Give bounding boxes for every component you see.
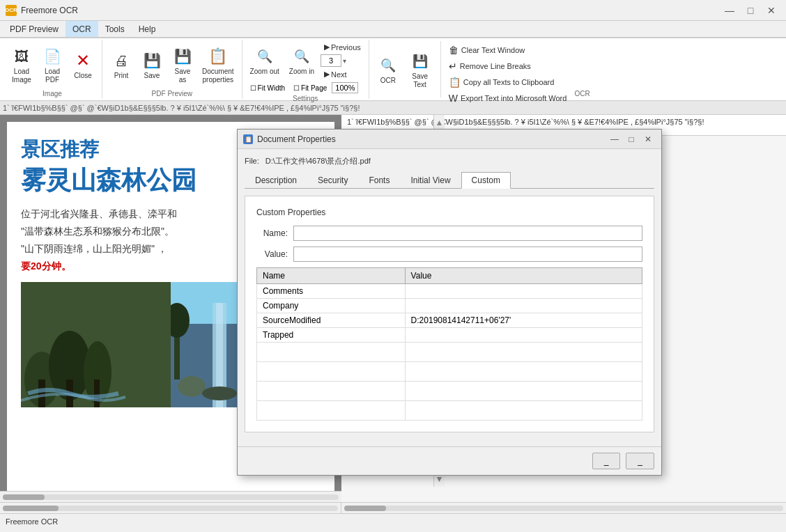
table-row[interactable]: Company xyxy=(257,299,642,313)
name-input[interactable] xyxy=(293,226,642,241)
save-icon: 💾 xyxy=(141,49,163,72)
print-button[interactable]: 🖨 Print xyxy=(107,47,136,82)
table-row-empty xyxy=(257,401,642,421)
value-label: Value: xyxy=(256,249,288,259)
ribbon-group-ocr: 🔍 OCR 💾 SaveText 🗑 Clear Text Window ↵ R… xyxy=(369,40,594,99)
close-button-ribbon[interactable]: ✕ Close xyxy=(68,47,98,82)
value-input[interactable] xyxy=(293,247,642,262)
close-button[interactable]: ✕ xyxy=(762,3,780,17)
file-label: File: xyxy=(245,157,259,165)
pdf-scrollbar-bottom xyxy=(0,503,341,513)
page-input[interactable] xyxy=(321,54,341,67)
tab-initial-view[interactable]: Initial View xyxy=(400,172,461,189)
menu-help[interactable]: Help xyxy=(132,21,163,37)
tab-security[interactable]: Security xyxy=(307,172,358,189)
maximize-button[interactable]: □ xyxy=(741,3,760,17)
modal-tabs: Description Security Fonts Initial View … xyxy=(245,172,654,189)
modal-close-button[interactable]: ✕ xyxy=(640,133,656,146)
table-row-empty xyxy=(257,382,642,401)
remove-breaks-icon: ↵ xyxy=(449,61,457,72)
minimize-button[interactable]: — xyxy=(720,3,739,17)
name-label: Name: xyxy=(256,228,288,238)
copy-texts-button[interactable]: 📋 Copy all Texts to Clipboard xyxy=(444,75,572,90)
fit-page-button[interactable]: ☐ Fit Page xyxy=(290,83,330,93)
zoom-in-button[interactable]: 🔍 Zoom in xyxy=(286,43,318,78)
custom-props-panel: Custom Properties Name: Value: Name xyxy=(245,196,654,432)
save-button[interactable]: 💾 Save xyxy=(137,47,167,82)
fit-width-button[interactable]: ☐ Fit Width xyxy=(247,83,288,93)
ocr-label: OCR xyxy=(380,77,396,85)
save-as-button[interactable]: 💾 Saveas xyxy=(168,43,197,86)
row-name: SourceModified xyxy=(257,313,406,328)
footer-ok-button[interactable]: _ xyxy=(592,453,621,469)
row-value xyxy=(405,299,642,313)
modal-minimize-button[interactable]: — xyxy=(607,133,622,146)
ocr-icon: 🔍 xyxy=(377,54,399,77)
modal-body: File: D:\工作文件\4678\景点介绍.pdf Description … xyxy=(238,149,661,439)
export-icon: W xyxy=(449,93,458,104)
tab-custom[interactable]: Custom xyxy=(461,172,511,189)
file-path: File: D:\工作文件\4678\景点介绍.pdf xyxy=(245,156,654,166)
h-scroll-thumb-pdf[interactable] xyxy=(3,506,59,511)
footer-cancel-button[interactable]: _ xyxy=(626,453,654,469)
modal-maximize-button[interactable]: □ xyxy=(624,133,639,146)
tab-description[interactable]: Description xyxy=(245,172,307,189)
ribbon-group-image: 🖼 LoadImage 📄 LoadPDF ✕ Close Image xyxy=(3,40,102,99)
menu-ocr[interactable]: OCR xyxy=(66,21,98,37)
row-value xyxy=(405,284,642,299)
file-path-value: D:\工作文件\4678\景点介绍.pdf xyxy=(265,157,371,165)
table-row[interactable]: SourceModified D:20190814142711+06'27' xyxy=(257,313,642,328)
save-text-icon: 💾 xyxy=(409,50,431,72)
main-area: 景区推荐 雾灵山森林公园 位于河北省兴隆县、承德县、滦平和 "温带森林生态系和猕… xyxy=(0,115,786,502)
export-word-button[interactable]: W Export Text into Microsoft Word xyxy=(444,91,572,106)
print-icon: 🖨 xyxy=(110,49,132,72)
row-value xyxy=(405,328,642,343)
menu-tools[interactable]: Tools xyxy=(98,21,132,37)
status-text: Freemore OCR xyxy=(6,517,58,526)
clear-text-icon: 🗑 xyxy=(449,45,458,56)
table-row[interactable]: Trapped xyxy=(257,328,642,343)
zoom-in-label: Zoom in xyxy=(289,68,314,76)
zoom-out-button[interactable]: 🔍 Zoom out xyxy=(247,43,283,78)
zoom-percent[interactable]: 100% xyxy=(332,82,358,93)
tab-fonts[interactable]: Fonts xyxy=(358,172,400,189)
clear-text-label: Clear Text Window xyxy=(461,46,525,54)
clear-text-button[interactable]: 🗑 Clear Text Window xyxy=(444,42,572,58)
ocr-scrollbar-bottom xyxy=(341,503,786,513)
save-label: Save xyxy=(144,72,160,80)
load-pdf-label: LoadPDF xyxy=(45,68,60,84)
app-icon: OCR xyxy=(6,5,17,16)
previous-button[interactable]: ▶ Previous xyxy=(321,41,364,53)
status-bar: Freemore OCR xyxy=(0,513,786,529)
copy-icon: 📋 xyxy=(449,77,461,88)
menu-pdf-preview[interactable]: PDF Preview xyxy=(3,21,66,37)
save-text-button[interactable]: 💾 SaveText xyxy=(406,48,435,91)
custom-props-title: Custom Properties xyxy=(256,208,642,217)
load-pdf-icon: 📄 xyxy=(41,45,63,68)
ocr-button[interactable]: 🔍 OCR xyxy=(373,52,403,87)
export-label: Export Text into Microsoft Word xyxy=(461,94,567,102)
document-props-icon: 📋 xyxy=(207,45,229,68)
ribbon-group-pdf-preview: 🖨 Print 💾 Save 💾 Saveas 📋 Documentproper… xyxy=(102,40,242,99)
document-properties-button[interactable]: 📋 Documentproperties xyxy=(199,43,238,86)
row-name: Comments xyxy=(257,284,406,299)
name-row: Name: xyxy=(256,226,642,241)
row-value: D:20190814142711+06'27' xyxy=(405,313,642,328)
copy-label: Copy all Texts to Clipboard xyxy=(463,78,555,86)
remove-breaks-label: Remove Line Breaks xyxy=(460,62,531,70)
next-button[interactable]: ▶ Next xyxy=(321,68,364,80)
print-label: Print xyxy=(114,72,129,80)
pdf-preview-group-label: PDF Preview xyxy=(152,88,192,97)
toolbar-strip: 1` ĩ€FWI1b§%B§§` @§` @`€W§iD1b§&E§§§5lb.… xyxy=(0,101,786,115)
row-name: Company xyxy=(257,299,406,313)
load-image-button[interactable]: 🖼 LoadImage xyxy=(7,43,36,86)
properties-table: Name Value Comments Company xyxy=(256,267,642,421)
zoom-out-label: Zoom out xyxy=(250,68,279,76)
settings-group-label: Settings xyxy=(293,93,318,102)
table-row[interactable]: Comments xyxy=(257,284,642,299)
load-pdf-button[interactable]: 📄 LoadPDF xyxy=(38,43,67,86)
remove-line-breaks-button[interactable]: ↵ Remove Line Breaks xyxy=(444,58,572,74)
h-scroll-thumb-ocr[interactable] xyxy=(344,506,386,511)
modal-overlay: 📋 Document Properties — □ ✕ File: D:\工作文… xyxy=(0,115,786,502)
col-name: Name xyxy=(257,268,406,284)
